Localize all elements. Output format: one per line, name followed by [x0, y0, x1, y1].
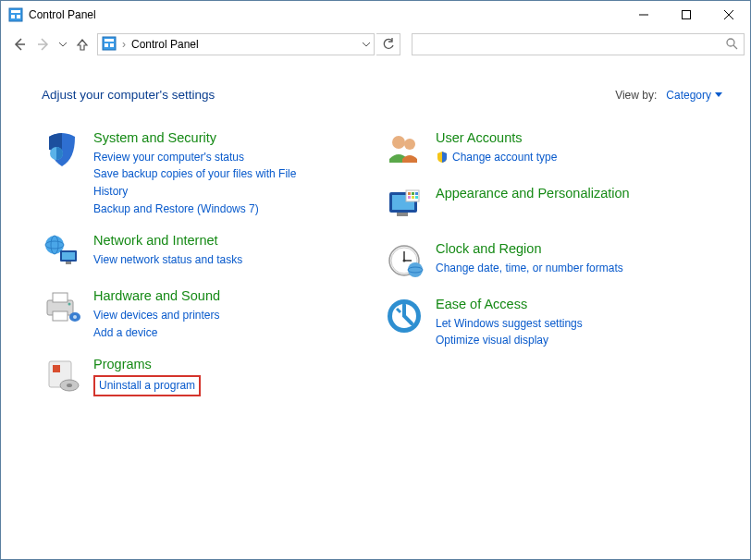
svg-rect-38 — [408, 192, 411, 195]
category-clock-region: Clock and Region Change date, time, or n… — [384, 240, 661, 281]
refresh-button[interactable] — [376, 33, 400, 55]
category-link[interactable]: Optimize visual display — [436, 332, 583, 349]
category-system-security: System and Security Review your computer… — [42, 129, 328, 217]
view-by-value: Category — [666, 89, 711, 102]
titlebar: Control Panel — [1, 1, 750, 29]
up-button[interactable] — [71, 33, 93, 55]
svg-rect-22 — [66, 262, 71, 264]
programs-icon — [42, 356, 82, 396]
svg-rect-13 — [110, 43, 114, 47]
category-link[interactable]: View network status and tasks — [93, 251, 242, 269]
network-icon — [42, 232, 82, 273]
category-link[interactable]: View devices and printers — [93, 307, 220, 324]
breadcrumb-separator: › — [122, 38, 126, 51]
content-area: Adjust your computer's settings View by:… — [1, 60, 750, 559]
svg-rect-30 — [53, 365, 60, 372]
forward-button[interactable] — [32, 33, 55, 55]
svg-point-32 — [67, 383, 72, 387]
category-link[interactable]: Review your computer's status — [93, 149, 328, 166]
svg-line-15 — [733, 45, 737, 49]
svg-rect-24 — [53, 293, 68, 302]
category-title[interactable]: Hardware and Sound — [93, 287, 220, 305]
svg-rect-44 — [397, 213, 408, 216]
clock-icon — [384, 240, 425, 281]
category-network-internet: Network and Internet View network status… — [42, 232, 328, 273]
category-ease-of-access: Ease of Access Let Windows suggest setti… — [384, 296, 661, 349]
category-link[interactable]: Change account type — [436, 149, 557, 166]
category-link[interactable]: Let Windows suggest settings — [436, 315, 583, 333]
control-panel-window: Control Panel — [0, 0, 751, 560]
category-title[interactable]: Clock and Region — [436, 240, 623, 258]
user-accounts-icon — [384, 129, 425, 170]
right-column: User Accounts Change account type Appear… — [384, 129, 661, 411]
minimize-button[interactable] — [622, 1, 665, 29]
svg-rect-43 — [415, 196, 418, 199]
recent-locations-dropdown[interactable] — [56, 41, 69, 48]
left-column: System and Security Review your computer… — [42, 129, 328, 411]
page-heading: Adjust your computer's settings — [42, 88, 215, 102]
category-link[interactable]: Save backup copies of your files with Fi… — [93, 165, 328, 200]
category-appearance-personalization: Appearance and Personalization — [384, 185, 661, 225]
search-input[interactable] — [418, 37, 725, 52]
uninstall-program-link[interactable]: Uninstall a program — [93, 375, 201, 396]
svg-rect-2 — [11, 15, 15, 18]
svg-rect-41 — [408, 196, 411, 199]
svg-rect-12 — [105, 43, 108, 47]
category-link[interactable]: Change date, time, or number formats — [436, 260, 623, 277]
svg-point-28 — [73, 315, 77, 319]
category-title[interactable]: Appearance and Personalization — [436, 185, 630, 202]
svg-point-33 — [392, 136, 405, 149]
svg-point-26 — [68, 303, 71, 306]
view-by-label: View by: — [615, 89, 657, 102]
svg-rect-11 — [105, 39, 114, 42]
window-controls — [622, 1, 750, 29]
printer-icon — [42, 287, 82, 328]
category-title[interactable]: User Accounts — [436, 129, 557, 147]
control-panel-icon — [8, 7, 23, 22]
personalization-icon — [384, 185, 425, 225]
category-programs: Programs Uninstall a program — [42, 356, 328, 396]
svg-rect-21 — [62, 252, 75, 260]
view-by-control: View by: Category — [615, 89, 722, 102]
ease-of-access-icon — [384, 296, 425, 336]
navigation-bar: › Control Panel — [1, 29, 750, 60]
maximize-button[interactable] — [665, 1, 708, 29]
svg-rect-42 — [412, 196, 414, 199]
svg-point-34 — [404, 139, 415, 150]
address-dropdown-icon[interactable] — [363, 38, 370, 51]
category-hardware-sound: Hardware and Sound View devices and prin… — [42, 287, 328, 341]
back-button[interactable] — [8, 33, 31, 55]
category-link[interactable]: Add a device — [93, 324, 220, 342]
svg-point-50 — [408, 262, 423, 277]
svg-point-49 — [403, 260, 406, 262]
breadcrumb[interactable]: Control Panel — [131, 38, 199, 51]
svg-rect-25 — [53, 311, 68, 321]
close-button[interactable] — [708, 1, 750, 29]
category-title[interactable]: System and Security — [93, 129, 328, 147]
search-icon — [725, 37, 738, 53]
category-title[interactable]: Network and Internet — [93, 232, 242, 250]
category-title[interactable]: Ease of Access — [436, 296, 583, 313]
address-icon — [102, 36, 117, 54]
svg-rect-1 — [11, 10, 20, 13]
window-title: Control Panel — [29, 8, 96, 21]
category-user-accounts: User Accounts Change account type — [384, 129, 661, 170]
svg-rect-39 — [412, 192, 414, 195]
category-link[interactable]: Backup and Restore (Windows 7) — [93, 201, 328, 218]
category-title[interactable]: Programs — [93, 356, 201, 373]
svg-rect-40 — [415, 192, 418, 195]
svg-point-14 — [727, 39, 734, 46]
category-link-text: Change account type — [452, 149, 557, 166]
svg-rect-3 — [17, 15, 20, 18]
svg-rect-5 — [683, 11, 691, 19]
uac-shield-icon — [436, 151, 449, 164]
shield-icon — [42, 129, 82, 170]
search-box[interactable] — [412, 33, 745, 55]
chevron-down-icon — [715, 92, 722, 98]
view-by-dropdown[interactable]: Category — [666, 89, 722, 102]
address-bar[interactable]: › Control Panel — [97, 33, 375, 55]
